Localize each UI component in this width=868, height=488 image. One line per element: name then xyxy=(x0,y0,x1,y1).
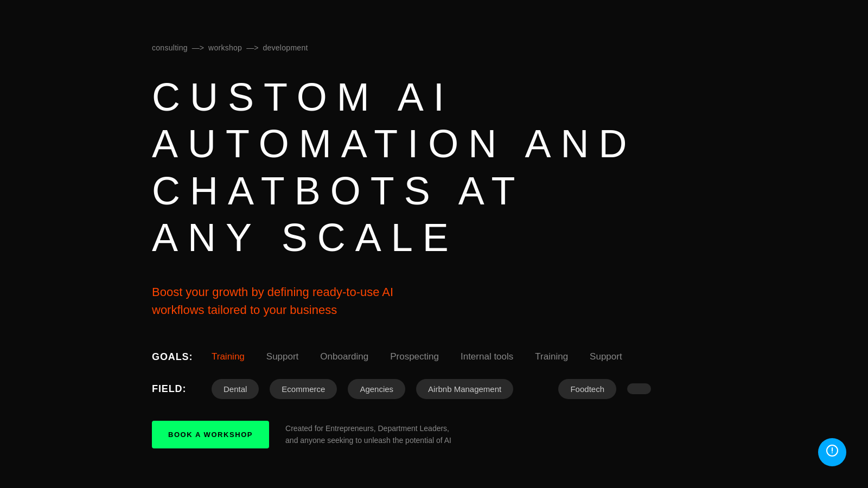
field-tag-partial[interactable] xyxy=(627,383,651,394)
svg-point-1 xyxy=(832,452,833,453)
main-content: consulting —> workshop —> development CU… xyxy=(0,0,651,448)
breadcrumb-arrow-1: —> xyxy=(192,43,204,52)
hero-subtitle-line1: Boost your growth by defining ready-to-u… xyxy=(152,285,393,299)
cta-description: Created for Entrepreneurs, Department Le… xyxy=(285,422,451,447)
hero-title-line2: CHATBOTS AT ANY SCALE xyxy=(152,169,524,259)
cta-desc-line1: Created for Entrepreneurs, Department Le… xyxy=(285,424,449,433)
field-tag-airbnb[interactable]: Airbnb Management xyxy=(416,379,513,399)
goals-list: Training Support Onboarding Prospecting … xyxy=(212,351,651,362)
goal-item-training-2[interactable]: Training xyxy=(535,351,568,362)
field-tag-foodtech[interactable]: Foodtech xyxy=(558,379,616,399)
goal-item-training-1[interactable]: Training xyxy=(212,351,245,362)
hero-title-line1: CUSTOM AI AUTOMATION AND xyxy=(152,75,636,165)
goal-item-internal-tools[interactable]: Internal tools xyxy=(461,351,513,362)
cta-section: BOOK A WORKSHOP Created for Entrepreneur… xyxy=(152,421,651,448)
field-tag-agencies[interactable]: Agencies xyxy=(348,379,405,399)
breadcrumb-consulting: consulting xyxy=(152,43,188,52)
hero-title: CUSTOM AI AUTOMATION AND CHATBOTS AT ANY… xyxy=(152,74,651,261)
breadcrumb-workshop: workshop xyxy=(208,43,242,52)
goals-label: GOALS: xyxy=(152,351,195,363)
breadcrumb-arrow-2: —> xyxy=(246,43,258,52)
goals-row: GOALS: Training Support Onboarding Prosp… xyxy=(152,351,651,363)
field-tag-dental[interactable]: Dental xyxy=(212,379,259,399)
hero-subtitle-line2: workflows tailored to your business xyxy=(152,303,337,317)
chat-icon xyxy=(826,444,839,460)
field-list: Dental Ecommerce Agencies Airbnb Managem… xyxy=(212,379,651,399)
field-tag-ecommerce[interactable]: Ecommerce xyxy=(270,379,337,399)
book-workshop-button[interactable]: BOOK A WORKSHOP xyxy=(152,421,269,448)
goal-item-onboarding[interactable]: Onboarding xyxy=(320,351,368,362)
field-label: FIELD: xyxy=(152,383,195,395)
cta-desc-line2: and anyone seeking to unleash the potent… xyxy=(285,436,451,445)
goal-item-prospecting[interactable]: Prospecting xyxy=(390,351,439,362)
breadcrumb: consulting —> workshop —> development xyxy=(152,43,651,52)
goal-item-support-2[interactable]: Support xyxy=(590,351,622,362)
chat-button[interactable] xyxy=(818,438,846,466)
goal-item-support-1[interactable]: Support xyxy=(266,351,299,362)
field-row: FIELD: Dental Ecommerce Agencies Airbnb … xyxy=(152,379,651,399)
hero-subtitle: Boost your growth by defining ready-to-u… xyxy=(152,283,532,319)
breadcrumb-development: development xyxy=(263,43,308,52)
